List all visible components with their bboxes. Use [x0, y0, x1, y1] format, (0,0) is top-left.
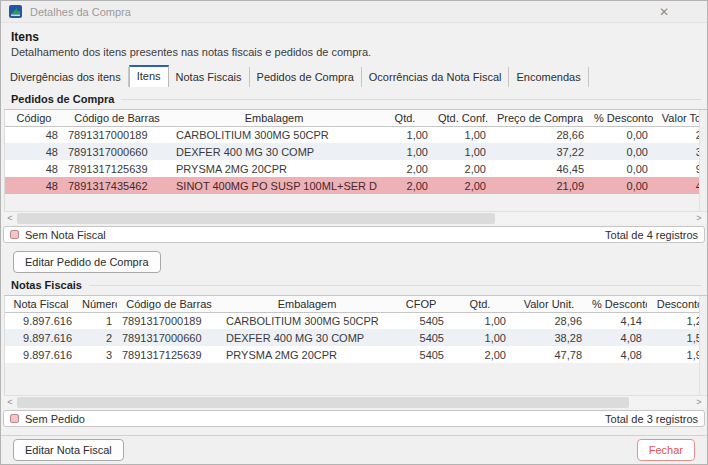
cell: 1,00	[449, 312, 511, 329]
title-bar: Detalhes da Compra ✕	[1, 1, 707, 23]
cell: DEXFER 400 MG 30 COMP	[171, 143, 377, 160]
notas-horizontal-scrollbar[interactable]: < >	[4, 395, 707, 408]
page-title: Itens	[11, 30, 697, 44]
cell: 4,14	[587, 312, 647, 329]
column-header-embalagem[interactable]: Embalagem	[171, 110, 377, 126]
section-divider	[89, 285, 701, 286]
column-header-codigo-de-barras[interactable]: Código de Barras	[117, 296, 221, 312]
sem-pedido-swatch	[10, 414, 19, 423]
cell: 46,45	[491, 160, 589, 177]
cell: 9.897.616	[5, 346, 77, 363]
table-row[interactable]: 9.897.61617891317000189CARBOLITIUM 300MG…	[5, 312, 707, 329]
pedidos-legend-label: Sem Nota Fiscal	[25, 229, 106, 241]
tab-divergencias-dos-itens[interactable]: Divergências dos itens	[3, 67, 129, 87]
scroll-left-icon[interactable]: <	[4, 212, 16, 225]
column-header-embalagem[interactable]: Embalagem	[221, 296, 393, 312]
vertical-scrollbar[interactable]	[699, 110, 707, 211]
section-title: Notas Fiscais	[11, 279, 82, 291]
cell: 1	[77, 312, 117, 329]
cell: 2,00	[433, 177, 491, 194]
cell: 1,00	[433, 126, 491, 143]
table-row[interactable]: 487891317435462SINOT 400MG PO SUSP 100ML…	[5, 177, 707, 194]
section-title: Pedidos de Compra	[11, 93, 114, 105]
scroll-left-icon[interactable]: <	[4, 396, 16, 409]
cell: 7891317125639	[117, 346, 221, 363]
pedidos-horizontal-scrollbar[interactable]: < >	[4, 211, 707, 224]
scrollbar-thumb[interactable]	[17, 213, 495, 224]
column-header-desconto[interactable]: % Desconto	[587, 296, 647, 312]
cell: 2,00	[449, 346, 511, 363]
close-dialog-button[interactable]: Fechar	[637, 439, 695, 461]
column-header-cfop[interactable]: CFOP	[393, 296, 449, 312]
notas-legend-label: Sem Pedido	[25, 413, 85, 425]
column-header-preco-de-compra[interactable]: Preço de Compra	[491, 110, 589, 126]
column-header-numero[interactable]: Número	[77, 296, 117, 312]
cell: 5405	[393, 346, 449, 363]
cell: 21,09	[491, 177, 589, 194]
cell: 1,56	[647, 329, 707, 346]
column-header-desconto[interactable]: % Desconto	[589, 110, 653, 126]
tab-pedidos-de-compra[interactable]: Pedidos de Compra	[250, 67, 362, 87]
page-header: Itens Detalhamento dos itens presentes n…	[1, 23, 707, 59]
close-icon[interactable]: ✕	[659, 5, 669, 19]
column-header-nota-fiscal[interactable]: Nota Fiscal	[5, 296, 77, 312]
table-row[interactable]: 9.897.61637891317125639PRYSMA 2MG 20CPR5…	[5, 346, 707, 363]
purchase-details-dialog: Detalhes da Compra ✕ Itens Detalhamento …	[0, 0, 708, 465]
cell: 28,96	[511, 312, 587, 329]
table-row[interactable]: 487891317000660DEXFER 400 MG 30 COMP1,00…	[5, 143, 707, 160]
column-header-codigo[interactable]: Código	[5, 110, 63, 126]
window-title: Detalhes da Compra	[30, 6, 131, 18]
scroll-right-icon[interactable]: >	[693, 212, 705, 225]
tab-bar: Divergências dos itensItensNotas Fiscais…	[3, 67, 707, 87]
cell: PRYSMA 2MG 20CPR	[221, 346, 393, 363]
cell: 7891317000189	[63, 126, 171, 143]
cell: 5405	[393, 312, 449, 329]
scroll-right-icon[interactable]: >	[693, 396, 705, 409]
cell: 5405	[393, 329, 449, 346]
cell: 2,00	[433, 160, 491, 177]
cell: CARBOLITIUM 300MG 50CPR	[221, 312, 393, 329]
cell: CARBOLITIUM 300MG 50CPR	[171, 126, 377, 143]
cell: 1,20	[647, 312, 707, 329]
column-header-qtd[interactable]: Qtd.	[377, 110, 433, 126]
cell: 2	[77, 329, 117, 346]
cell: 48	[5, 143, 63, 160]
cell: 1,00	[449, 329, 511, 346]
tab-itens[interactable]: Itens	[129, 65, 169, 87]
tab-notas-fiscais[interactable]: Notas Fiscais	[169, 67, 250, 87]
scrollbar-thumb[interactable]	[17, 397, 629, 408]
pedidos-table: CódigoCódigo de BarrasEmbalagemQtd.Qtd. …	[4, 109, 707, 211]
pedidos-status-bar: Sem Nota Fiscal Total de 4 registros	[3, 226, 705, 243]
cell: SINOT 400MG PO SUSP 100ML+SER DOS	[171, 177, 377, 194]
cell: 0,00	[589, 126, 653, 143]
column-header-codigo-de-barras[interactable]: Código de Barras	[63, 110, 171, 126]
sem-nota-fiscal-swatch	[10, 230, 19, 239]
cell: 0,00	[589, 160, 653, 177]
table-row[interactable]: 487891317125639PRYSMA 2MG 20CPR2,002,004…	[5, 160, 707, 177]
cell: 3	[77, 346, 117, 363]
vertical-scrollbar[interactable]	[699, 296, 707, 395]
cell: 7891317000660	[117, 329, 221, 346]
edit-nota-fiscal-button[interactable]: Editar Nota Fiscal	[13, 439, 124, 461]
tab-ocorrencias-da-nota-fiscal[interactable]: Ocorrências da Nota Fiscal	[362, 67, 510, 87]
cell: 1,00	[433, 143, 491, 160]
table-row[interactable]: 487891317000189CARBOLITIUM 300MG 50CPR1,…	[5, 126, 707, 143]
page-subtitle: Detalhamento dos itens presentes nas not…	[11, 46, 697, 59]
cell: 4,08	[587, 329, 647, 346]
cell: 9.897.616	[5, 312, 77, 329]
column-header-qtd-conf[interactable]: Qtd. Conf.	[433, 110, 491, 126]
tab-encomendas[interactable]: Encomendas	[509, 67, 588, 87]
cell: 38,28	[511, 329, 587, 346]
app-icon	[9, 5, 22, 18]
table-row[interactable]: 9.897.61627891317000660DEXFER 400 MG 30 …	[5, 329, 707, 346]
cell: PRYSMA 2MG 20CPR	[171, 160, 377, 177]
section-pedidos-de-compra: Pedidos de Compra	[1, 93, 707, 105]
edit-pedido-button[interactable]: Editar Pedido de Compra	[13, 251, 161, 273]
notas-status-bar: Sem Pedido Total de 3 registros	[3, 410, 705, 427]
cell: 1,95	[647, 346, 707, 363]
column-header-qtd[interactable]: Qtd.	[449, 296, 511, 312]
column-header-desconto[interactable]: Desconto	[647, 296, 707, 312]
cell: 7891317435462	[63, 177, 171, 194]
cell: DEXFER 400 MG 30 COMP	[221, 329, 393, 346]
column-header-valor-unit[interactable]: Valor Unit.	[511, 296, 587, 312]
